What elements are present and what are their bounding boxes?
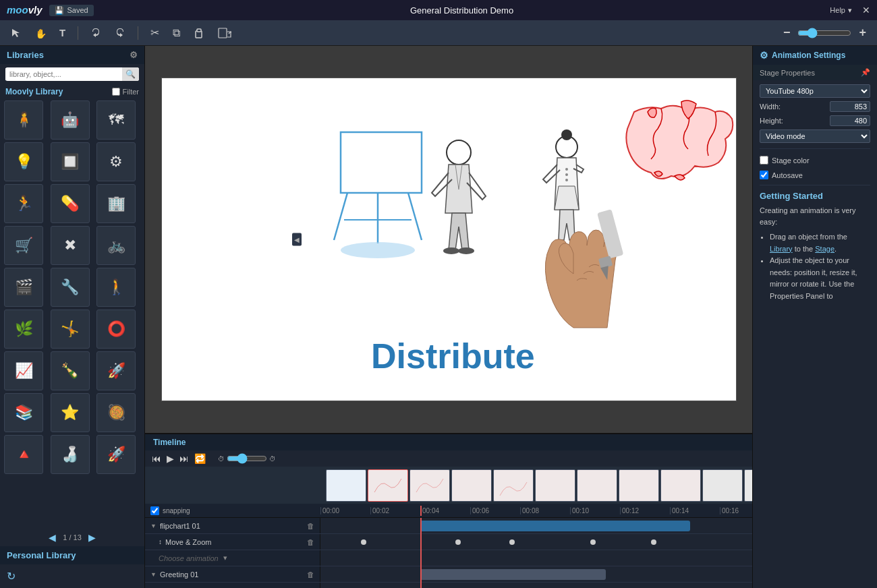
track-label-choose-anim: Choose animation ▾ [145,550,320,566]
library-item-23[interactable]: ⭐ [51,393,90,432]
preset-select[interactable]: YouTube 480p [760,84,870,98]
library-item-24[interactable]: 🥘 [96,393,136,432]
zoom-out-button[interactable]: − [779,24,795,42]
undo-button[interactable] [86,26,105,40]
library-item-14[interactable]: 🔧 [51,268,90,307]
export-button[interactable] [214,26,235,40]
library-item-9[interactable]: 🏢 [96,184,136,223]
stage[interactable]: Distribute moovly [161,78,737,401]
library-item-22[interactable]: 📚 [4,393,43,432]
stage-color-checkbox[interactable] [760,156,768,165]
rewind-button[interactable]: ⏮ [152,453,161,464]
page-indicator: 1 / 13 [63,533,82,541]
copy-button[interactable]: ⧉ [169,25,184,41]
autosave-checkbox[interactable] [760,171,768,179]
track-content-choose-anim[interactable] [320,550,752,566]
thumbnail-8 [619,469,659,502]
hand-tool-button[interactable]: ✋ [31,26,50,40]
library-label-row: Moovly Library Filter [0,84,144,98]
play-button[interactable]: ▶ [167,453,174,464]
toolbar-separator-1 [78,26,78,40]
library-item-21[interactable]: 🚀 [96,351,136,390]
getting-started-intro: Creating an animation is very easy: [760,205,870,227]
stage-link[interactable]: Stage [815,245,834,253]
keyframe-3[interactable] [509,539,515,545]
library-link[interactable]: Library [770,245,793,253]
svg-point-10 [341,242,415,258]
library-item-13[interactable]: 🎬 [4,268,43,307]
track-delete-greeting[interactable]: 🗑 [307,570,314,579]
library-item-15[interactable]: 🚶 [96,268,136,307]
track-collapse-greeting[interactable]: ▼ [150,571,157,578]
library-item-6[interactable]: ⚙ [96,142,136,181]
width-input[interactable] [830,101,870,112]
video-mode-select[interactable]: Video mode [760,129,870,143]
track-name-choose-anim: Choose animation [159,554,219,562]
library-item-10[interactable]: 🛒 [4,226,43,265]
loop-button[interactable]: 🔁 [194,453,206,464]
track-collapse-flipchart[interactable]: ▼ [150,523,157,529]
library-item-8[interactable]: 💊 [51,184,90,223]
library-item-1[interactable]: 🧍 [4,100,43,140]
close-button[interactable]: ✕ [862,5,870,16]
library-item-19[interactable]: 📈 [4,351,43,390]
library-item-25[interactable]: 🔺 [4,435,43,474]
height-input[interactable] [830,115,870,126]
track-row-flipchart: ▼ flipchart1 01 🗑 [145,518,752,534]
library-item-17[interactable]: 🤸 [51,310,90,349]
toolbar: ✋ T ✂ ⧉ − + [0,20,877,46]
zoom-in-button[interactable]: + [855,24,870,42]
library-item-3[interactable]: 🗺 [96,100,136,140]
redo-button[interactable] [111,26,130,40]
track-content-greeting[interactable] [320,566,752,582]
animation-settings-label: Animation Settings [772,51,845,60]
sidebar-header: Libraries ⚙ [0,46,144,64]
search-input[interactable] [5,68,122,80]
track-content-flipchart[interactable] [320,518,752,533]
library-item-11[interactable]: ✖ [51,226,90,265]
keyframe-1[interactable] [361,539,366,545]
keyframe-2[interactable] [455,539,461,545]
text-tool-button[interactable]: T [55,25,69,40]
svg-point-15 [561,129,572,140]
track-delete-flipchart[interactable]: 🗑 [307,522,314,530]
saved-button[interactable]: 💾 Saved [49,5,94,16]
library-grid: 🧍🤖🗺💡🔲⚙🏃💊🏢🛒✖🚲🎬🔧🚶🌿🤸⭕📈🍾🚀📚⭐🥘🔺🍶🚀 [0,98,144,529]
library-item-18[interactable]: ⭕ [96,310,136,349]
zoom-slider[interactable] [797,28,851,38]
library-item-27[interactable]: 🚀 [96,435,136,474]
document-title: General Distribution Demo [410,5,513,16]
svg-point-13 [458,247,474,254]
help-label: Help [830,6,845,14]
stage-props-pin-icon[interactable]: 📌 [861,68,870,77]
help-button[interactable]: Help ▾ [830,6,852,15]
track-delete-move-zoom[interactable]: 🗑 [307,538,314,546]
paste-button[interactable] [190,26,208,40]
track-content-move-zoom[interactable] [320,534,752,550]
fast-forward-button[interactable]: ⏭ [179,453,189,464]
library-item-2[interactable]: 🤖 [51,100,90,140]
keyframe-4[interactable] [590,539,596,545]
settings-icon[interactable]: ⚙ [130,50,138,60]
library-item-4[interactable]: 💡 [4,142,43,181]
cut-button[interactable]: ✂ [146,24,163,41]
prev-page-button[interactable]: ◀ [49,532,56,543]
next-page-button[interactable]: ▶ [88,532,96,543]
search-icon[interactable]: 🔍 [122,67,139,81]
filter-toggle[interactable]: Filter [112,88,139,96]
library-item-26[interactable]: 🍶 [51,435,90,474]
library-item-16[interactable]: 🌿 [4,310,43,349]
refresh-icon[interactable]: ↻ [7,570,16,583]
thumbnail-1 [326,469,366,502]
track-content-hand-drawing[interactable] [320,583,752,588]
snapping-checkbox[interactable] [150,506,159,515]
speed-slider[interactable] [227,453,267,464]
library-item-5[interactable]: 🔲 [51,142,90,181]
library-item-12[interactable]: 🚲 [96,226,136,265]
keyframe-5[interactable] [651,539,656,545]
library-item-20[interactable]: 🍾 [51,351,90,390]
select-tool-button[interactable] [7,26,26,40]
library-item-7[interactable]: 🏃 [4,184,43,223]
expand-stage-button[interactable]: ◀ [292,233,302,246]
filter-checkbox[interactable] [112,88,120,96]
